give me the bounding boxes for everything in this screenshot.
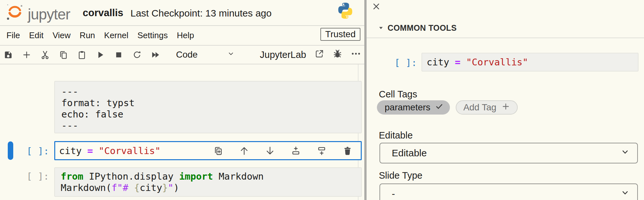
external-link-icon[interactable] bbox=[315, 49, 324, 61]
code-line: --- bbox=[61, 120, 361, 131]
debugger-bug-icon[interactable] bbox=[333, 49, 342, 61]
save-icon[interactable] bbox=[2, 49, 14, 61]
menu-file[interactable]: File bbox=[6, 30, 20, 40]
jupyter-wordmark: jupyter bbox=[28, 6, 70, 23]
add-tag-label: Add Tag bbox=[463, 102, 496, 113]
move-cell-down-icon[interactable] bbox=[265, 145, 275, 156]
menu-kernel[interactable]: Kernel bbox=[104, 30, 128, 40]
section-divider bbox=[367, 38, 644, 38]
cell-code-selected[interactable]: city = "Corvallis" bbox=[54, 141, 362, 160]
cell-tags-label: Cell Tags bbox=[379, 89, 417, 100]
cut-cells-icon[interactable] bbox=[39, 49, 51, 61]
property-inspector-panel: COMMON TOOLS [ ]: city = "Corvallis" Cel… bbox=[367, 0, 644, 200]
delete-cell-icon[interactable] bbox=[342, 145, 353, 156]
trusted-button[interactable]: Trusted bbox=[320, 28, 360, 41]
duplicate-cell-icon[interactable] bbox=[213, 145, 224, 156]
code-line: from IPython.display import Markdown bbox=[61, 171, 361, 182]
copy-cells-icon[interactable] bbox=[57, 49, 69, 61]
menu-edit[interactable]: Edit bbox=[29, 30, 44, 40]
notebook-title[interactable]: corvallis bbox=[83, 7, 123, 19]
python-kernel-icon bbox=[336, 1, 355, 21]
cell-code-markdown[interactable]: from IPython.display import Markdown Mar… bbox=[54, 167, 362, 197]
chevron-down-icon bbox=[227, 50, 235, 60]
notebook-toolbar: Code JupyterLab bbox=[0, 46, 364, 64]
menu-view[interactable]: View bbox=[53, 30, 71, 40]
panel-splitter[interactable] bbox=[364, 0, 367, 200]
insert-cell-below-icon[interactable] bbox=[316, 145, 327, 156]
menu-bar: File Edit View Run Kernel Settings Help bbox=[0, 26, 364, 45]
code-line: city = "Corvallis" bbox=[55, 145, 161, 156]
slide-type-select[interactable]: - bbox=[379, 183, 638, 200]
common-tools-section-header[interactable]: COMMON TOOLS bbox=[378, 23, 457, 33]
cell-prompt: [ ]: bbox=[381, 57, 417, 68]
restart-run-all-icon[interactable] bbox=[149, 49, 161, 61]
insert-cell-above-icon[interactable] bbox=[290, 145, 301, 156]
tag-label: parameters bbox=[385, 102, 431, 113]
code-line: echo: false bbox=[61, 109, 361, 120]
menu-run[interactable]: Run bbox=[80, 30, 95, 40]
add-cell-icon[interactable] bbox=[20, 49, 33, 61]
checkpoint-status: Last Checkpoint: 13 minutes ago bbox=[130, 8, 272, 19]
code-line: city = "Corvallis" bbox=[427, 57, 528, 68]
cell-type-value: Code bbox=[176, 50, 198, 60]
jupyter-notebook-app: jupyter corvallis Last Checkpoint: 13 mi… bbox=[0, 0, 644, 200]
notebook-panel: jupyter corvallis Last Checkpoint: 13 mi… bbox=[0, 0, 364, 200]
jupyter-logo-icon bbox=[6, 2, 24, 23]
menu-settings[interactable]: Settings bbox=[137, 30, 168, 40]
plus-icon bbox=[502, 102, 510, 113]
add-tag-button[interactable]: Add Tag bbox=[456, 100, 518, 115]
toolbar-divider bbox=[0, 64, 364, 64]
code-line: format: typst bbox=[61, 97, 361, 109]
code-line: Markdown(f"# {city}") bbox=[61, 182, 361, 194]
move-cell-up-icon[interactable] bbox=[239, 145, 250, 156]
more-commands-icon[interactable] bbox=[351, 49, 361, 61]
cell-prompt: [ ]: bbox=[13, 146, 49, 157]
chevron-down-icon bbox=[621, 188, 629, 199]
paste-cells-icon[interactable] bbox=[76, 49, 88, 61]
editable-value: Editable bbox=[392, 148, 427, 159]
caret-down-icon bbox=[378, 23, 384, 33]
restart-kernel-icon[interactable] bbox=[131, 49, 143, 61]
cell-collapser-bar[interactable] bbox=[8, 141, 13, 160]
slide-type-value: - bbox=[392, 188, 395, 199]
slide-type-label: Slide Type bbox=[379, 170, 422, 181]
cell-type-select[interactable]: Code bbox=[176, 50, 235, 60]
active-cell-preview[interactable]: city = "Corvallis" bbox=[421, 53, 639, 72]
editable-select[interactable]: Editable bbox=[379, 143, 638, 163]
menu-help[interactable]: Help bbox=[177, 30, 194, 40]
cell-prompt: [ ]: bbox=[13, 171, 49, 182]
cell-action-toolbar bbox=[213, 145, 361, 156]
cell-raw-frontmatter[interactable]: --- format: typst echo: false --- bbox=[54, 81, 362, 133]
interrupt-kernel-icon[interactable] bbox=[112, 49, 125, 61]
run-cell-icon[interactable] bbox=[94, 49, 106, 61]
chevron-down-icon bbox=[621, 148, 629, 159]
code-line: --- bbox=[61, 86, 361, 97]
jupyter-logo-link[interactable]: jupyter bbox=[6, 2, 70, 23]
jupyterlab-link[interactable]: JupyterLab bbox=[260, 50, 306, 60]
tag-parameters[interactable]: parameters bbox=[377, 100, 450, 115]
cell-tags-row: parameters Add Tag bbox=[377, 100, 518, 115]
close-icon[interactable] bbox=[372, 2, 381, 12]
editable-label: Editable bbox=[379, 130, 413, 141]
check-icon bbox=[435, 102, 443, 113]
section-title: COMMON TOOLS bbox=[388, 23, 457, 33]
